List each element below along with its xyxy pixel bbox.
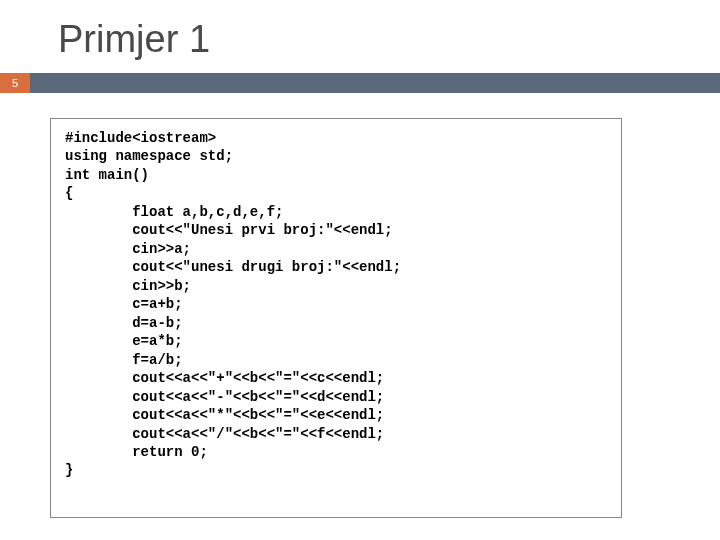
code-line: return 0;: [65, 444, 208, 460]
code-line: {: [65, 185, 73, 201]
code-line: cin>>a;: [65, 241, 191, 257]
code-line: float a,b,c,d,e,f;: [65, 204, 283, 220]
code-line: cout<<a<<"-"<<b<<"="<<d<<endl;: [65, 389, 384, 405]
code-line: using namespace std;: [65, 148, 233, 164]
code-line: cout<<a<<"*"<<b<<"="<<e<<endl;: [65, 407, 384, 423]
code-line: e=a*b;: [65, 333, 183, 349]
code-line: int main(): [65, 167, 149, 183]
slide-container: Primjer 1 5 #include<iostream> using nam…: [0, 0, 720, 540]
code-content: #include<iostream> using namespace std; …: [65, 129, 607, 480]
accent-row: 5: [0, 73, 720, 93]
code-line: }: [65, 462, 73, 478]
code-line: cout<<a<<"+"<<b<<"="<<c<<endl;: [65, 370, 384, 386]
code-box: #include<iostream> using namespace std; …: [50, 118, 622, 518]
code-line: cout<<"Unesi prvi broj:"<<endl;: [65, 222, 393, 238]
code-line: cin>>b;: [65, 278, 191, 294]
accent-bar: [30, 73, 720, 93]
code-line: f=a/b;: [65, 352, 183, 368]
code-line: d=a-b;: [65, 315, 183, 331]
code-line: cout<<"unesi drugi broj:"<<endl;: [65, 259, 401, 275]
slide-title: Primjer 1: [0, 0, 720, 73]
code-line: c=a+b;: [65, 296, 183, 312]
page-number-badge: 5: [0, 73, 30, 93]
code-line: #include<iostream>: [65, 130, 216, 146]
code-line: cout<<a<<"/"<<b<<"="<<f<<endl;: [65, 426, 384, 442]
